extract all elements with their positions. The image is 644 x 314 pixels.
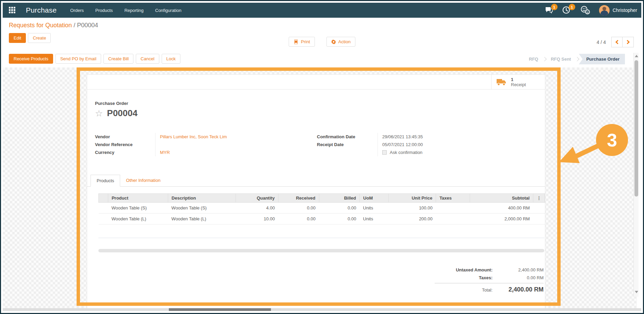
pager-previous-button[interactable] <box>611 37 623 47</box>
stage-rfq[interactable]: RFQ <box>526 57 542 62</box>
taxes-label: Taxes: <box>479 275 493 280</box>
breadcrumb-current: P00004 <box>77 22 98 29</box>
pager-next-button[interactable] <box>623 37 634 47</box>
messages-button[interactable]: 1 <box>545 6 553 14</box>
table-horizontal-scrollbar[interactable] <box>98 249 544 252</box>
vendor-label: Vendor <box>95 133 155 141</box>
statusbar: Receive Products Send PO by Email Create… <box>3 54 641 67</box>
col-product[interactable]: Product <box>108 194 168 203</box>
truck-icon <box>496 78 507 86</box>
ask-confirmation-checkbox[interactable] <box>382 150 387 155</box>
app-window: Purchase Orders Products Reporting Confi… <box>0 0 644 314</box>
col-received[interactable]: Received <box>278 194 319 203</box>
untaxed-amount-value: 2,400.00 RM <box>493 267 544 272</box>
col-description[interactable]: Description <box>168 194 236 203</box>
button-box: 1 Receipt <box>87 75 545 90</box>
avatar <box>599 5 610 16</box>
receive-products-button[interactable]: Receive Products <box>9 54 53 64</box>
stage-separator-icon <box>542 57 547 61</box>
lock-button[interactable]: Lock <box>162 54 180 64</box>
create-bill-button[interactable]: Create Bill <box>103 54 133 64</box>
favorite-star-icon[interactable]: ☆ <box>95 109 103 118</box>
breadcrumb-parent-link[interactable]: Requests for Quotation <box>9 22 72 29</box>
activities-badge: 1 <box>569 4 575 10</box>
stage-purchase-order-active[interactable]: Purchase Order <box>579 54 625 64</box>
col-billed[interactable]: Billed <box>319 194 360 203</box>
menu-products[interactable]: Products <box>95 8 113 13</box>
totals-block: Untaxed Amount: 2,400.00 RM Taxes: 0.00 … <box>435 266 544 295</box>
menu-configuration[interactable]: Configuration <box>155 8 181 13</box>
receipt-count: 1 <box>511 77 526 82</box>
edit-button[interactable]: Edit <box>9 33 26 43</box>
vertical-scrollbar[interactable] <box>633 53 639 297</box>
main-menu: Orders Products Reporting Configuration <box>70 8 181 13</box>
confirmation-date-label: Confirmation Date <box>317 133 377 141</box>
order-lines-table: Product Description Quantity Received Bi… <box>98 193 545 224</box>
tab-products[interactable]: Products <box>91 175 120 187</box>
purchase-order-sheet: 1 Receipt Purchase Order ☆ P00004 Vendor… <box>87 74 545 308</box>
col-taxes[interactable]: Taxes <box>436 194 470 203</box>
optional-columns-icon[interactable]: ⋮ <box>533 194 545 203</box>
right-field-group: Confirmation Date 29/06/2021 13:45:35 Re… <box>317 133 480 156</box>
totals-separator <box>435 283 544 283</box>
print-button[interactable]: Print <box>289 37 315 47</box>
vertical-scrollbar-thumb[interactable] <box>634 60 638 197</box>
receipt-stat-button[interactable]: 1 Receipt <box>491 75 545 89</box>
horizontal-scrollbar-thumb[interactable] <box>169 308 271 311</box>
activities-button[interactable]: 1 <box>562 6 571 14</box>
send-po-by-email-button[interactable]: Send PO by Email <box>55 54 101 64</box>
menu-orders[interactable]: Orders <box>70 8 84 13</box>
document-type-label: Purchase Order <box>95 101 545 106</box>
col-unit-price[interactable]: Unit Price <box>388 194 436 203</box>
user-menu[interactable]: Christopher <box>599 5 637 16</box>
total-label: Total: <box>482 287 493 293</box>
col-quantity[interactable]: Quantity <box>236 194 278 203</box>
expression-faces-icon[interactable] <box>580 6 590 15</box>
col-subtotal[interactable]: Subtotal <box>470 194 533 203</box>
create-button[interactable]: Create <box>28 33 51 43</box>
chevron-left-icon <box>615 40 620 44</box>
printer-icon <box>293 40 299 44</box>
breadcrumb-separator: / <box>74 22 75 29</box>
scroll-up-arrow-icon[interactable] <box>635 55 638 57</box>
form-view-background: 1 Receipt Purchase Order ☆ P00004 Vendor… <box>3 67 641 308</box>
horizontal-scrollbar[interactable] <box>3 308 641 311</box>
currency-value-link[interactable]: MYR <box>160 150 170 155</box>
receipt-date-value: 05/07/2021 12:00:00 <box>377 141 480 148</box>
menu-reporting[interactable]: Reporting <box>124 8 143 13</box>
receipt-label: Receipt <box>511 82 526 87</box>
status-pipeline: RFQ RFQ Sent Purchase Order <box>526 54 625 64</box>
stage-rfq-sent[interactable]: RFQ Sent <box>547 57 574 62</box>
table-row[interactable]: Wooden Table (L) Wooden Table (L) 10.00 … <box>99 214 545 224</box>
col-uom[interactable]: UoM <box>360 194 389 203</box>
untaxed-amount-label: Untaxed Amount: <box>456 267 493 272</box>
ask-confirmation-label: Ask confirmation <box>390 150 422 155</box>
table-header-row: Product Description Quantity Received Bi… <box>99 194 545 203</box>
apps-menu-icon[interactable] <box>9 7 16 14</box>
left-field-group: Vendor Pillars Lumber Inc, Soon Teck Lim… <box>95 133 264 156</box>
receipt-date-label: Receipt Date <box>317 141 377 148</box>
vendor-reference-label: Vendor Reference <box>95 141 155 148</box>
annotation-number: 3 <box>607 130 617 150</box>
cancel-button[interactable]: Cancel <box>136 54 159 64</box>
action-button[interactable]: Action <box>326 37 355 47</box>
pager-count: 4 / 4 <box>597 40 606 45</box>
vendor-reference-value <box>155 141 264 148</box>
scroll-down-arrow-icon[interactable] <box>635 291 638 293</box>
breadcrumb: Requests for Quotation / P00004 <box>9 22 641 29</box>
tab-other-information[interactable]: Other Information <box>120 175 166 186</box>
messages-badge: 1 <box>551 4 558 10</box>
table-row[interactable]: Wooden Table (S) Wooden Table (S) 4.00 0… <box>99 203 545 214</box>
app-title[interactable]: Purchase <box>26 6 57 14</box>
document-name: P00004 <box>107 108 138 119</box>
handle-column-header <box>99 194 108 203</box>
vendor-value-link[interactable]: Pillars Lumber Inc, Soon Teck Lim <box>160 134 227 139</box>
control-panel: Requests for Quotation / P00004 Edit Cre… <box>3 18 641 54</box>
gear-icon <box>331 40 336 44</box>
chevron-right-icon <box>625 40 630 44</box>
total-value: 2,400.00 RM <box>493 286 544 293</box>
top-navbar: Purchase Orders Products Reporting Confi… <box>3 3 641 18</box>
confirmation-date-value: 29/06/2021 13:45:35 <box>377 133 480 141</box>
notebook-tabs: Products Other Information <box>87 175 545 187</box>
table-bottom-border <box>98 224 544 238</box>
